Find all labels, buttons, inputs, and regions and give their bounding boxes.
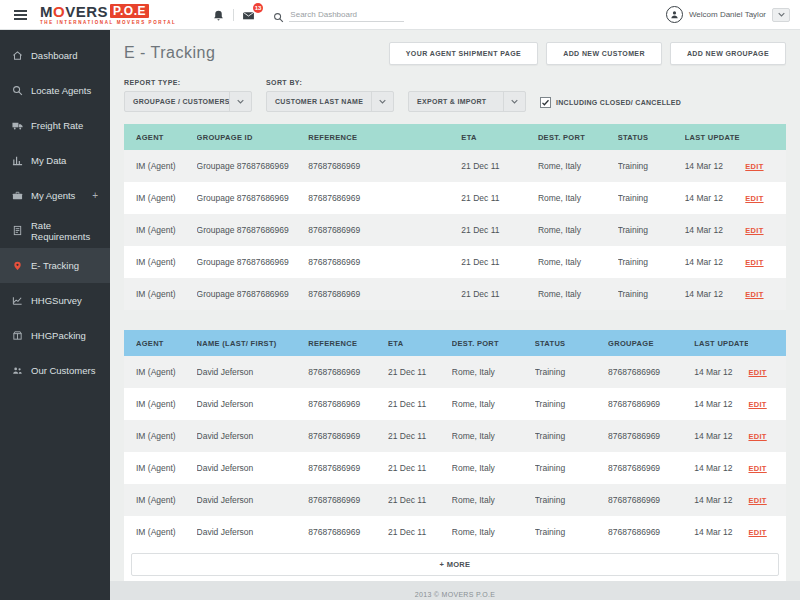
footer: 2013 © MOVERS P.O.E — [110, 581, 800, 600]
sidebar-item-my-data[interactable]: My Data — [0, 143, 110, 178]
sidebar-item-locate-agents[interactable]: Locate Agents — [0, 73, 110, 108]
chevron-down-icon — [503, 92, 525, 111]
edit-link[interactable]: EDIT — [748, 496, 774, 505]
table-cell: 14 Mar 12 — [685, 257, 746, 267]
table-cell: David Jeferson — [197, 399, 309, 409]
sidebar-item-e-tracking[interactable]: E- Tracking — [0, 248, 110, 283]
sidebar-item-my-agents[interactable]: My Agents+ — [0, 178, 110, 213]
add-new-customer-button[interactable]: ADD NEW CUSTOMER — [546, 42, 662, 65]
table-row: IM (Agent)Groupage 876876869698768768696… — [124, 246, 786, 278]
sidebar-item-label: Dashboard — [31, 50, 77, 61]
table-cell: 14 Mar 12 — [685, 161, 746, 171]
logo-poe-box: P.O.E — [110, 4, 149, 18]
logo-tagline: THE INTERNATIONAL MOVERS PORTAL — [40, 21, 176, 26]
table-cell: 87687686969 — [308, 399, 388, 409]
edit-link[interactable]: EDIT — [748, 432, 774, 441]
edit-link[interactable]: EDIT — [745, 258, 774, 267]
notifications-button[interactable] — [204, 8, 233, 21]
table-header-row: AGENTNAME (LAST/ FIRST)REFERENCEETADEST.… — [124, 330, 786, 356]
edit-link[interactable]: EDIT — [748, 400, 774, 409]
expand-plus-icon[interactable]: + — [92, 190, 98, 201]
table-cell: Training — [618, 225, 685, 235]
table-row: IM (Agent)David Jeferson8768768696921 De… — [124, 388, 786, 420]
edit-link[interactable]: EDIT — [748, 368, 774, 377]
sidebar-item-label: Freight Rate — [31, 120, 83, 131]
edit-link[interactable]: EDIT — [745, 290, 774, 299]
your-agent-shipment-page-button[interactable]: YOUR AGENT SHIPMENT PAGE — [389, 42, 538, 65]
freight-icon — [12, 120, 23, 131]
table-row: IM (Agent)David Jeferson8768768696921 De… — [124, 452, 786, 484]
table-cell: 87687686969 — [608, 367, 694, 377]
copyright-text: 2013 © MOVERS P.O.E — [415, 591, 495, 598]
table-row: IM (Agent)David Jeferson8768768696921 De… — [124, 516, 786, 548]
table-row: IM (Agent)Groupage 876876869698768768696… — [124, 214, 786, 246]
table-cell: Training — [535, 527, 608, 537]
messages-button[interactable]: 13 — [234, 8, 263, 21]
sidebar-item-hhgsurvey[interactable]: HHGSurvey — [0, 283, 110, 318]
table-cell: Rome, Italy — [452, 527, 535, 537]
table-cell: Groupage 87687686969 — [197, 289, 309, 299]
column-header: DEST. PORT — [452, 339, 535, 348]
column-header: GROUPAGE ID — [197, 133, 309, 142]
user-name: Welcom Daniel Taylor — [689, 10, 766, 19]
sidebar-item-freight-rate[interactable]: Freight Rate — [0, 108, 110, 143]
column-header: ETA — [388, 339, 452, 348]
table-cell: David Jeferson — [197, 431, 309, 441]
bell-icon — [212, 8, 225, 21]
column-header: AGENT — [136, 133, 197, 142]
search-input[interactable] — [289, 8, 404, 22]
table-cell: Training — [618, 193, 685, 203]
table-cell: David Jeferson — [197, 463, 309, 473]
sort-customer-last-name-dropdown[interactable]: CUSTOMER LAST NAME — [266, 91, 394, 112]
table-cell: 14 Mar 12 — [694, 431, 748, 441]
edit-link[interactable]: EDIT — [745, 226, 774, 235]
table-cell: David Jeferson — [197, 367, 309, 377]
edit-link[interactable]: EDIT — [745, 162, 774, 171]
table-cell: 87687686969 — [308, 463, 388, 473]
column-header: ETA — [461, 133, 538, 142]
table-cell: 87687686969 — [308, 225, 461, 235]
sort-by-label: SORT BY: — [266, 79, 526, 86]
load-more-button[interactable]: + MORE — [131, 553, 779, 576]
column-header: STATUS — [535, 339, 608, 348]
report-type-dropdown[interactable]: GROUPAGE / CUSTOMERS — [124, 91, 252, 112]
checkbox-check-icon — [540, 97, 551, 108]
table-cell: Rome, Italy — [452, 431, 535, 441]
sidebar-item-dashboard[interactable]: Dashboard — [0, 38, 110, 73]
table-cell: Rome, Italy — [538, 193, 618, 203]
table-cell: IM (Agent) — [136, 193, 197, 203]
including-closed-cancelled-checkbox[interactable]: INCLUDING CLOSED/ CANCELLED — [540, 97, 681, 108]
table-cell: 21 Dec 11 — [388, 495, 452, 505]
table-header-row: AGENTGROUPAGE IDREFERENCEETADEST. PORTST… — [124, 124, 786, 150]
page-actions: YOUR AGENT SHIPMENT PAGE ADD NEW CUSTOME… — [389, 42, 786, 65]
sidebar-item-our-customers[interactable]: Our Customers — [0, 353, 110, 388]
survey-icon — [12, 295, 23, 306]
table-row: IM (Agent)Groupage 876876869698768768696… — [124, 150, 786, 182]
hamburger-menu-icon[interactable] — [0, 10, 40, 20]
user-menu-button[interactable] — [772, 8, 790, 22]
top-header: MOVERS P.O.E THE INTERNATIONAL MOVERS PO… — [0, 0, 800, 30]
sidebar-item-hhgpacking[interactable]: HHGPacking — [0, 318, 110, 353]
table-cell: 21 Dec 11 — [461, 289, 538, 299]
table-cell: IM (Agent) — [136, 289, 197, 299]
table-cell: 21 Dec 11 — [461, 161, 538, 171]
edit-link[interactable]: EDIT — [748, 464, 774, 473]
column-header: REFERENCE — [308, 339, 388, 348]
table-cell: 14 Mar 12 — [694, 527, 748, 537]
logo-text: MOVERS — [40, 4, 108, 19]
table-cell: Training — [618, 289, 685, 299]
edit-link[interactable]: EDIT — [745, 194, 774, 203]
table-cell: 87687686969 — [308, 495, 388, 505]
sidebar-item-rate-requirements[interactable]: Rate Requirements — [0, 213, 110, 248]
add-new-groupage-button[interactable]: ADD NEW GROUPAGE — [670, 42, 786, 65]
avatar[interactable] — [666, 6, 683, 23]
app-logo[interactable]: MOVERS P.O.E THE INTERNATIONAL MOVERS PO… — [40, 4, 176, 26]
edit-link[interactable]: EDIT — [748, 528, 774, 537]
search-bar — [273, 8, 404, 22]
table-cell: 87687686969 — [308, 161, 461, 171]
table-cell: Rome, Italy — [538, 257, 618, 267]
sort-export-import-dropdown[interactable]: EXPORT & IMPORT — [408, 91, 526, 112]
table-cell: IM (Agent) — [136, 527, 197, 537]
table-cell: 21 Dec 11 — [461, 225, 538, 235]
table-row: IM (Agent)David Jeferson8768768696921 De… — [124, 484, 786, 516]
